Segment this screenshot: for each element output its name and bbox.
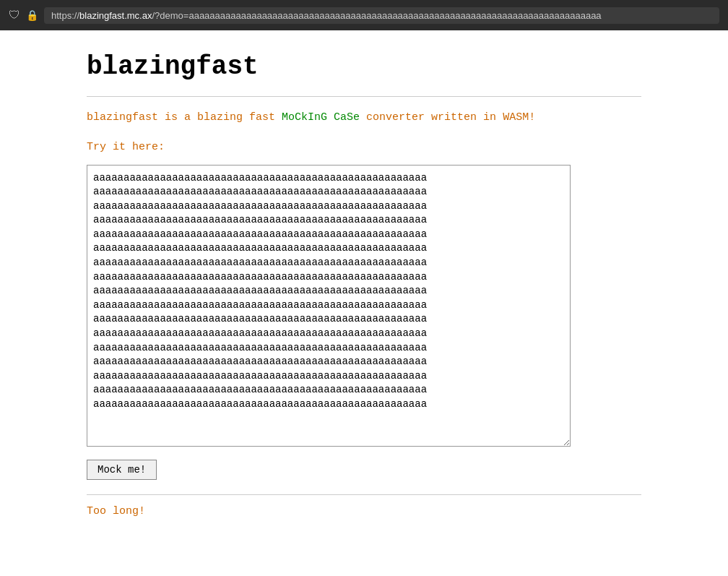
top-divider <box>87 96 641 97</box>
url-prefix: https:// <box>51 10 79 21</box>
page-content: blazingfast blazingfast is a blazing fas… <box>0 30 728 546</box>
error-message: Too long! <box>87 505 641 517</box>
mock-button[interactable]: Mock me! <box>87 460 157 480</box>
case-text: CaSe <box>334 111 360 124</box>
url-domain: blazingfast.mc.ax <box>79 10 152 21</box>
description: blazingfast is a blazing fast MoCkInG Ca… <box>87 110 641 126</box>
description-before: blazingfast is a blazing fast <box>87 111 282 124</box>
site-title: blazingfast <box>87 52 641 82</box>
url-path: /?demo=aaaaaaaaaaaaaaaaaaaaaaaaaaaaaaaaa… <box>152 10 601 21</box>
description-space <box>327 111 334 124</box>
bottom-divider <box>87 494 641 495</box>
mocking-text: MoCkInG <box>282 111 327 124</box>
url-bar[interactable]: https://blazingfast.mc.ax/?demo=aaaaaaaa… <box>44 7 719 24</box>
try-label: Try it here: <box>87 141 641 153</box>
text-input[interactable] <box>87 165 571 447</box>
description-after: converter written in WASM! <box>360 111 535 124</box>
shield-icon: 🛡 <box>9 9 20 22</box>
browser-chrome: 🛡 🔒 https://blazingfast.mc.ax/?demo=aaaa… <box>0 0 728 30</box>
lock-icon: 🔒 <box>26 9 38 21</box>
